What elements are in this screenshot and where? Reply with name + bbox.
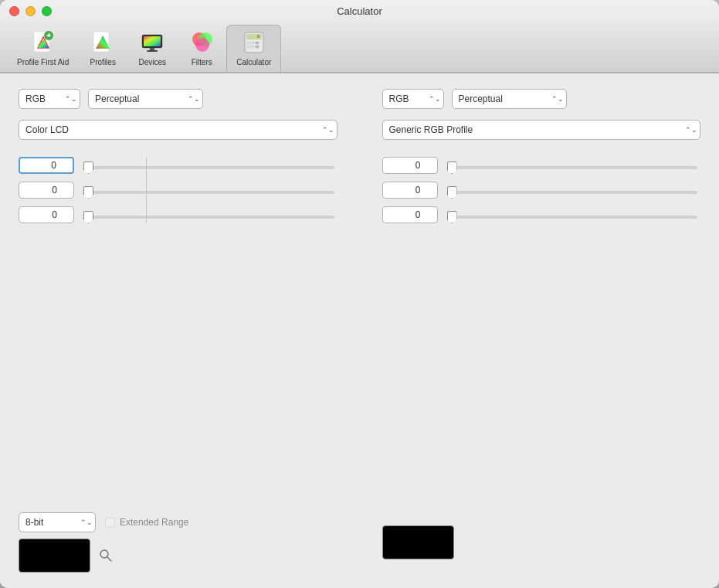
bit-depth-select[interactable]: 8-bit 16-bit 32-bit: [19, 512, 96, 532]
right-color-swatch: [382, 525, 454, 559]
toolbar-item-devices[interactable]: Devices: [127, 25, 177, 71]
left-intent-select[interactable]: Perceptual Relative Colorimetric Saturat…: [88, 89, 203, 109]
right-intent-wrapper[interactable]: Perceptual Relative Colorimetric Saturat…: [452, 89, 567, 109]
extended-range-label: Extended Range: [120, 517, 188, 528]
toolbar-item-profiles[interactable]: Profiles: [78, 25, 127, 71]
toolbar-item-calculator[interactable]: 0 Calculator: [226, 25, 281, 72]
svg-rect-20: [256, 42, 259, 44]
profiles-icon: [89, 29, 117, 56]
left-color-swatch: [19, 539, 90, 573]
right-channel-2-slider[interactable]: [447, 191, 698, 194]
svg-rect-22: [251, 46, 254, 48]
left-channel-3-input[interactable]: [19, 206, 74, 223]
svg-rect-17: [246, 34, 262, 39]
right-channel-3-input[interactable]: [382, 206, 438, 223]
left-channel-1-input[interactable]: [19, 157, 74, 174]
main-window: Calculator: [0, 0, 719, 588]
left-channel-2-input[interactable]: [19, 182, 74, 199]
filters-icon: [188, 29, 215, 56]
maximize-button[interactable]: [42, 6, 52, 16]
toolbar-item-filters[interactable]: Filters: [177, 25, 226, 71]
extended-range-row: Extended Range: [105, 517, 188, 528]
window-title: Calculator: [337, 5, 382, 17]
svg-rect-5: [48, 33, 49, 37]
svg-rect-21: [247, 46, 250, 48]
left-colorspace-wrapper[interactable]: RGB CMYK Lab Gray: [19, 89, 80, 109]
bottom-controls-row: 8-bit 16-bit 32-bit Extended Range: [19, 512, 700, 573]
right-channel-3-slider[interactable]: [447, 216, 698, 219]
close-button[interactable]: [9, 6, 19, 16]
devices-icon: [138, 29, 166, 56]
toolbar-label-profiles: Profiles: [90, 58, 116, 66]
title-bar: Calculator: [0, 0, 719, 73]
toolbar-label-calculator: Calculator: [236, 58, 271, 66]
svg-point-15: [195, 38, 209, 52]
right-channel-1-input[interactable]: [382, 157, 438, 174]
left-channel-3-slider[interactable]: [83, 216, 334, 219]
right-colorspace-select[interactable]: RGB CMYK Lab Gray: [382, 89, 444, 109]
right-intent-select[interactable]: Perceptual Relative Colorimetric Saturat…: [452, 89, 567, 109]
window-controls[interactable]: [9, 6, 52, 16]
left-device-wrapper[interactable]: Color LCD sRGB IEC61966-2.1 Adobe RGB (1…: [19, 120, 337, 140]
profile-first-aid-icon: [29, 29, 57, 56]
svg-line-26: [107, 557, 111, 561]
toolbar-item-profile-first-aid[interactable]: Profile First Aid: [8, 25, 78, 71]
toolbar-label-devices: Devices: [138, 58, 166, 66]
toolbar: Profile First Aid: [0, 22, 719, 73]
svg-rect-23: [256, 46, 259, 48]
sliders-row: [19, 157, 700, 223]
right-colorspace-wrapper[interactable]: RGB CMYK Lab Gray: [382, 89, 444, 109]
search-button[interactable]: [97, 546, 115, 565]
search-icon: [99, 549, 113, 563]
svg-rect-10: [144, 36, 161, 46]
main-content: RGB CMYK Lab Gray Perceptual Relative Co…: [0, 73, 719, 588]
right-channel-3-row: [382, 206, 701, 223]
right-profile-select[interactable]: Generic RGB Profile sRGB IEC61966-2.1 Ad…: [382, 120, 701, 140]
right-channel-2-input[interactable]: [382, 182, 438, 199]
dropdowns-row: RGB CMYK Lab Gray Perceptual Relative Co…: [19, 89, 700, 109]
left-colorspace-select[interactable]: RGB CMYK Lab Gray: [19, 89, 80, 109]
minimize-button[interactable]: [25, 6, 36, 16]
right-profile-wrapper[interactable]: Generic RGB Profile sRGB IEC61966-2.1 Ad…: [382, 120, 701, 140]
svg-rect-18: [247, 42, 250, 44]
toolbar-label-profile-first-aid: Profile First Aid: [17, 58, 69, 66]
left-channel-2-row: [19, 182, 337, 199]
toolbar-label-filters: Filters: [192, 58, 212, 66]
left-channel-1-slider[interactable]: [83, 166, 334, 169]
right-channel-1-slider[interactable]: [447, 166, 698, 169]
svg-text:0: 0: [257, 34, 259, 39]
svg-rect-12: [147, 50, 158, 52]
extended-range-checkbox[interactable]: [105, 518, 115, 528]
left-channel-3-row: [19, 206, 337, 223]
svg-rect-19: [251, 42, 254, 44]
left-channel-2-slider[interactable]: [83, 191, 334, 194]
left-device-select[interactable]: Color LCD sRGB IEC61966-2.1 Adobe RGB (1…: [19, 120, 337, 140]
right-channel-2-row: [382, 182, 701, 199]
right-channel-1-row: [382, 157, 701, 174]
calculator-icon: 0: [240, 29, 268, 56]
device-profile-row: Color LCD sRGB IEC61966-2.1 Adobe RGB (1…: [19, 120, 700, 140]
left-intent-wrapper[interactable]: Perceptual Relative Colorimetric Saturat…: [88, 89, 203, 109]
left-channel-1-row: [19, 157, 337, 174]
bit-depth-wrapper[interactable]: 8-bit 16-bit 32-bit: [19, 512, 96, 532]
